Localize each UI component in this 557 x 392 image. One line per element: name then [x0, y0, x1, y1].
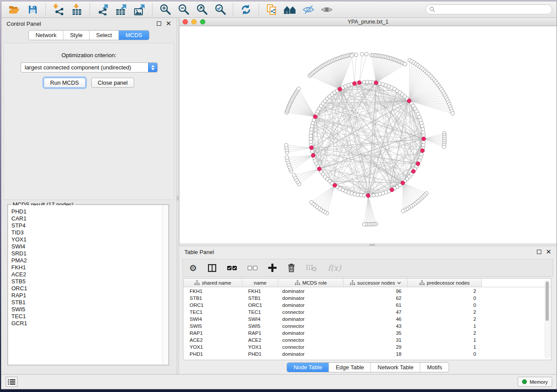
leaf-node[interactable]	[285, 156, 288, 159]
search-field[interactable]	[426, 4, 552, 14]
horizontal-splitter[interactable]	[179, 244, 557, 246]
mcds-result-item[interactable]: PHD1	[11, 208, 168, 215]
mcds-result-scrollbar[interactable]	[163, 205, 168, 364]
leaf-node[interactable]	[451, 112, 454, 115]
column-header-successor-nodes[interactable]: successor nodes	[344, 279, 408, 287]
hide-selected-icon[interactable]	[300, 3, 317, 17]
show-column-icon[interactable]	[208, 264, 216, 272]
leaf-node[interactable]	[403, 62, 407, 66]
zoom-fit-icon[interactable]	[193, 3, 211, 17]
tab-style[interactable]: Style	[63, 31, 89, 40]
import-table-icon[interactable]	[68, 3, 86, 17]
duplicate-network-icon[interactable]	[263, 3, 280, 17]
mcds-hub-node[interactable]	[422, 137, 426, 141]
mcds-result-item[interactable]: SRD1	[11, 250, 168, 257]
column-header-name[interactable]: name	[242, 279, 278, 287]
network-window-titlebar[interactable]: YPA_prune.txt_1	[180, 18, 557, 26]
table-row[interactable]: ORC1ORC1dominator610	[183, 302, 551, 309]
mcds-hub-node[interactable]	[420, 149, 424, 153]
mcds-result-item[interactable]: STB5	[11, 278, 168, 285]
deselect-all-icon[interactable]	[248, 266, 257, 270]
tab-motifs[interactable]: Motifs	[420, 363, 449, 372]
leaf-node[interactable]	[310, 200, 313, 204]
close-panel-icon[interactable]: ✕	[166, 21, 171, 26]
tab-mcds[interactable]: MCDS	[118, 31, 149, 40]
table-row[interactable]: RAP1RAP1dominator352	[183, 330, 551, 337]
leaf-node[interactable]	[401, 209, 405, 213]
tab-select[interactable]: Select	[89, 31, 118, 40]
memory-button[interactable]: Memory	[518, 377, 552, 387]
table-row[interactable]: ACE2ACE2connector311	[183, 337, 551, 344]
tab-edge-table[interactable]: Edge Table	[329, 363, 370, 372]
export-network-icon[interactable]	[94, 3, 111, 17]
mcds-hub-node[interactable]	[390, 188, 394, 192]
table-row[interactable]: SWI5SWI5connector431	[183, 323, 551, 330]
column-header-shared-name[interactable]: shared name	[183, 279, 242, 287]
optimization-criterion-dropdown[interactable]: largest connected component (undirected)	[21, 62, 158, 72]
leaf-node[interactable]	[365, 52, 368, 56]
mcds-hub-node[interactable]	[311, 154, 315, 158]
search-input[interactable]	[437, 6, 552, 14]
mcds-result-item[interactable]: YOX1	[11, 236, 168, 243]
leaf-node[interactable]	[363, 223, 366, 226]
leaf-node[interactable]	[350, 54, 353, 57]
show-all-icon[interactable]	[318, 3, 336, 17]
mcds-result-list[interactable]: PHD1CAR1STP4TID3YOX1SWI4SRD1PMA2FKH1ACE2…	[8, 205, 168, 364]
import-network-icon[interactable]	[50, 3, 67, 17]
close-panel-button[interactable]: Close panel	[91, 78, 135, 88]
delete-column-icon[interactable]	[287, 263, 295, 272]
save-session-icon[interactable]	[24, 3, 42, 17]
mcds-result-item[interactable]: ORC1	[11, 285, 168, 292]
first-neighbors-icon[interactable]	[281, 3, 299, 17]
mcds-hub-node[interactable]	[309, 146, 313, 150]
splitter-grip[interactable]	[177, 196, 179, 200]
mcds-result-item[interactable]: STB1	[11, 299, 168, 306]
table-row[interactable]: TEC1TEC1connector472	[183, 309, 551, 316]
column-header-predecessor-nodes[interactable]: predecessor nodes	[408, 279, 482, 287]
vertical-splitter[interactable]	[176, 18, 179, 374]
mcds-result-item[interactable]: PMA2	[11, 257, 168, 264]
mcds-result-item[interactable]: RAP1	[11, 292, 168, 299]
mcds-result-item[interactable]: SWI4	[11, 243, 168, 250]
zoom-in-icon[interactable]	[156, 3, 174, 17]
mcds-result-item[interactable]: CAR1	[11, 215, 168, 222]
column-header-mcds-role[interactable]: MCDS role	[278, 279, 344, 287]
tab-network[interactable]: Network	[29, 31, 63, 40]
ring-node[interactable]	[309, 140, 312, 144]
mcds-hub-node[interactable]	[416, 162, 420, 165]
table-settings-icon[interactable]: ⚙	[189, 263, 197, 273]
mcds-result-item[interactable]: FKH1	[11, 264, 168, 271]
float-panel-icon[interactable]	[537, 250, 541, 254]
mcds-hub-node[interactable]	[333, 183, 337, 187]
delete-table-icon[interactable]	[306, 264, 317, 272]
scrollbar-thumb[interactable]	[546, 282, 549, 321]
network-canvas[interactable]	[180, 26, 557, 244]
mcds-hub-node[interactable]	[374, 81, 378, 85]
mcds-hub-node[interactable]	[412, 169, 415, 173]
mcds-result-item[interactable]: SWI5	[11, 306, 168, 313]
select-all-icon[interactable]	[227, 266, 237, 270]
leaf-node[interactable]	[360, 52, 364, 56]
close-panel-icon[interactable]: ✕	[546, 250, 551, 254]
zoom-out-icon[interactable]	[175, 3, 192, 17]
mcds-result-item[interactable]: TID3	[11, 229, 168, 236]
mcds-hub-node[interactable]	[338, 87, 342, 91]
table-row[interactable]: YOX1YOX1connector291	[183, 344, 551, 351]
zoom-selected-icon[interactable]	[211, 3, 229, 17]
leaf-node[interactable]	[442, 145, 446, 149]
run-mcds-button[interactable]: Run MCDS	[44, 78, 86, 88]
mcds-hub-node[interactable]	[401, 181, 405, 185]
add-column-icon[interactable]	[268, 264, 277, 272]
ring-node[interactable]	[310, 150, 314, 153]
leaf-node[interactable]	[284, 144, 288, 147]
task-history-button[interactable]	[6, 377, 17, 387]
mcds-hub-node[interactable]	[357, 81, 361, 85]
mcds-hub-node[interactable]	[353, 82, 356, 86]
mcds-hub-node[interactable]	[366, 193, 370, 197]
mcds-hub-node[interactable]	[313, 115, 317, 119]
table-row[interactable]: FKH1FKH1dominator962	[183, 288, 551, 295]
open-session-icon[interactable]	[6, 3, 23, 17]
refresh-icon[interactable]	[237, 3, 255, 17]
tab-network-table[interactable]: Network Table	[370, 363, 420, 372]
function-builder-icon[interactable]: f(x)	[328, 263, 341, 272]
